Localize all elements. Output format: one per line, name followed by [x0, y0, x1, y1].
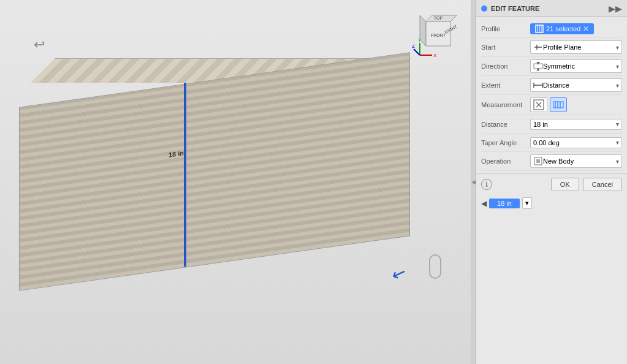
svg-rect-35 [536, 159, 540, 163]
svg-text:TOP: TOP [434, 16, 443, 20]
right-panel: ◀ EDIT FEATURE ▶▶ Profile 21 selected ✕ [471, 0, 627, 364]
svg-text:X: X [433, 53, 437, 58]
distance-value-container: 18 in ▾ [530, 119, 622, 130]
measurement-row: Measurement [481, 95, 622, 115]
start-dropdown-text: Profile Plane [543, 44, 581, 51]
taper-dropdown[interactable]: 0.00 deg ▾ [530, 137, 622, 148]
taper-dropdown-arrow: ▾ [616, 139, 619, 146]
taper-value-container: 0.00 deg ▾ [530, 137, 622, 148]
form-area: Profile 21 selected ✕ Start [476, 17, 627, 173]
nav-cube-svg: TOP FRONT RIGHT X Y Z [411, 6, 466, 61]
operation-dropdown[interactable]: New Body ▾ [530, 154, 622, 168]
measurement-icons [530, 97, 567, 112]
operation-dropdown-icon [533, 156, 543, 166]
extent-label: Extent [481, 82, 530, 89]
measurement-icon-btn-2[interactable] [550, 97, 567, 112]
distance-dropdown-arrow: ▾ [616, 121, 619, 127]
scroll-handle[interactable] [429, 254, 441, 279]
panel-header: EDIT FEATURE ▶▶ [476, 0, 627, 17]
bottom-left-arrow-icon: ◀ [481, 199, 487, 208]
taper-value-text: 0.00 deg [533, 139, 560, 146]
start-dropdown-arrow: ▾ [616, 44, 619, 51]
taper-row: Taper Angle 0.00 deg ▾ [481, 134, 622, 152]
bottom-unit-text: ▾ [525, 199, 529, 207]
profile-chip-icon [535, 25, 544, 33]
action-row: ℹ OK Cancel [471, 173, 627, 195]
distance-row: Distance 18 in ▾ [481, 115, 622, 134]
panel-expand-icon[interactable]: ▶▶ [609, 4, 622, 13]
cut-line [184, 83, 186, 267]
operation-dropdown-arrow: ▾ [616, 158, 619, 165]
direction-value-container: Symmetric ▾ [530, 59, 622, 73]
cancel-button[interactable]: Cancel [583, 178, 622, 191]
bottom-unit-dropdown[interactable]: ▾ [522, 197, 532, 209]
3d-object: 18 in ↙ [12, 31, 429, 294]
extent-row: Extent Distance ▾ [481, 76, 622, 95]
info-icon[interactable]: ℹ [481, 179, 492, 190]
profile-chip[interactable]: 21 selected ✕ [530, 23, 594, 34]
taper-label: Taper Angle [481, 139, 530, 146]
profile-value-container: 21 selected ✕ [530, 23, 622, 34]
bottom-input-row: ◀ ▾ [476, 195, 627, 211]
extent-dropdown-text: Distance [543, 82, 569, 89]
extent-value-container: Distance ▾ [530, 78, 622, 92]
direction-dropdown[interactable]: Symmetric ▾ [530, 59, 622, 73]
direction-dropdown-icon [533, 61, 543, 71]
svg-text:Y: Y [418, 37, 422, 43]
operation-value-text: New Body [543, 157, 574, 165]
svg-text:Z: Z [412, 44, 415, 49]
profile-label: Profile [481, 25, 530, 32]
start-dropdown[interactable]: Profile Plane ▾ [530, 40, 622, 54]
extent-dropdown[interactable]: Distance ▾ [530, 78, 622, 92]
distance-value-text: 18 in [533, 121, 548, 128]
direction-arrow-icon: ↙ [389, 262, 409, 286]
profile-chip-close[interactable]: ✕ [583, 25, 589, 33]
direction-row: Direction Symmetric ▾ [481, 57, 622, 76]
profile-chip-text: 21 selected [546, 25, 580, 32]
distance-label: Distance [481, 121, 530, 128]
start-value-container: Profile Plane ▾ [530, 40, 622, 54]
viewport[interactable]: ↩ 18 in ↙ TOP FRONT RIGHT X [0, 0, 472, 364]
profile-row: Profile 21 selected ✕ [481, 20, 622, 38]
bottom-distance-input[interactable] [489, 199, 520, 208]
svg-rect-19 [534, 64, 542, 69]
svg-text:FRONT: FRONT [431, 33, 446, 37]
ok-button[interactable]: OK [551, 178, 579, 191]
start-dropdown-icon [533, 42, 543, 52]
measurement-icon-2 [553, 99, 564, 110]
measurement-icon-btn-1[interactable] [530, 97, 547, 112]
board-front-face [19, 52, 410, 291]
start-row: Start Profile Plane ▾ [481, 38, 622, 57]
measurement-label: Measurement [481, 101, 530, 108]
operation-label: Operation [481, 157, 530, 165]
extent-dropdown-arrow: ▾ [616, 82, 619, 89]
nav-cube[interactable]: TOP FRONT RIGHT X Y Z [411, 6, 466, 61]
panel-collapse-bar[interactable]: ◀ [471, 0, 476, 364]
panel-header-title: EDIT FEATURE [491, 5, 609, 12]
operation-value-container: New Body ▾ [530, 154, 622, 168]
direction-dropdown-text: Symmetric [543, 63, 575, 70]
extent-dropdown-icon [533, 80, 543, 90]
start-label: Start [481, 44, 530, 51]
operation-row: Operation New Body ▾ [481, 152, 622, 171]
direction-dropdown-arrow: ▾ [616, 63, 619, 70]
measurement-icon-1 [533, 99, 544, 110]
svg-line-10 [414, 49, 420, 55]
panel-header-icon [481, 6, 487, 12]
distance-dropdown[interactable]: 18 in ▾ [530, 119, 622, 130]
direction-label: Direction [481, 63, 530, 70]
